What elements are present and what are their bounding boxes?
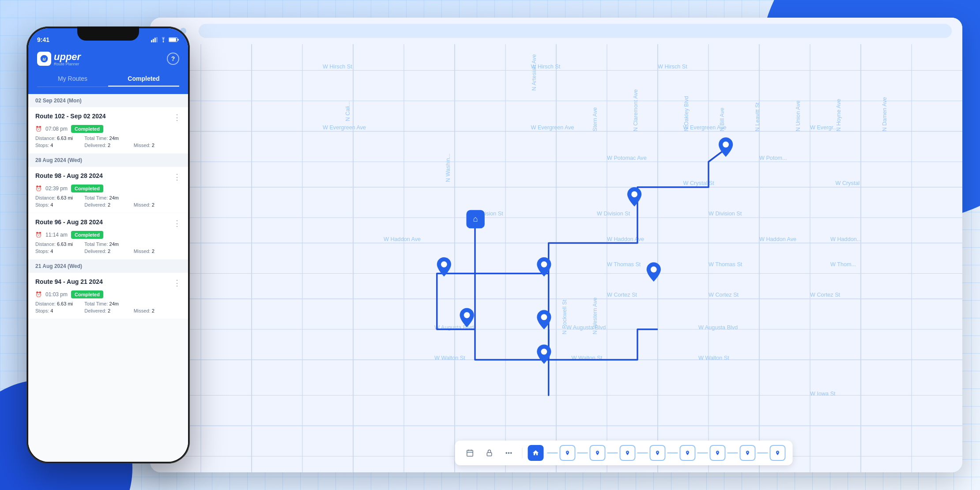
stop-8-button[interactable] xyxy=(770,445,786,461)
svg-text:W Crystal St: W Crystal St xyxy=(683,180,715,186)
svg-text:N Bill Ave: N Bill Ave xyxy=(719,108,725,132)
stops-stat: Stops: 4 xyxy=(35,308,83,313)
svg-text:N Damen Ave: N Damen Ave xyxy=(882,97,888,132)
route-time-row: ⏰ 02:39 pm Completed xyxy=(35,185,181,192)
stop-6-button[interactable] xyxy=(710,445,726,461)
stop-3-button[interactable] xyxy=(620,445,636,461)
svg-point-79 xyxy=(541,349,547,355)
clock-icon: ⏰ xyxy=(35,232,42,238)
svg-text:W Haddon...: W Haddon... xyxy=(830,236,861,242)
app-logo-row: u upper Route Planner ? xyxy=(37,51,179,66)
more-options-button[interactable] xyxy=(501,445,517,461)
stop-7-button[interactable] xyxy=(740,445,756,461)
missed-stat: Missed: 2 xyxy=(134,143,181,148)
route-time: 01:03 pm xyxy=(45,291,68,298)
phone-tabs: My Routes Completed xyxy=(37,72,179,87)
clock-icon: ⏰ xyxy=(35,291,42,298)
missed-stat: Missed: 2 xyxy=(134,308,181,313)
svg-rect-94 xyxy=(156,37,158,42)
tab-completed[interactable]: Completed xyxy=(108,72,179,87)
route-more-button[interactable]: ⋮ xyxy=(173,278,181,288)
svg-text:W Thom...: W Thom... xyxy=(830,261,856,268)
svg-text:W Division St: W Division St xyxy=(709,211,742,217)
map-svg: W Hirsch St W Hirsch St W Hirsch St W Ev… xyxy=(150,44,962,472)
route-more-button[interactable]: ⋮ xyxy=(173,113,181,122)
svg-point-89 xyxy=(508,452,509,453)
date-header-aug28: 28 Aug 2024 (Wed) xyxy=(28,154,188,167)
stop-connector xyxy=(607,452,618,453)
status-badge-completed: Completed xyxy=(71,125,103,133)
svg-text:W Evergr...: W Evergr... xyxy=(810,124,838,131)
svg-text:W Haddon Ave: W Haddon Ave xyxy=(607,236,644,242)
svg-text:W Augusta Blvd: W Augusta Blvd xyxy=(698,324,738,331)
route-name: Route 102 - Sep 02 2024 xyxy=(35,113,106,120)
svg-text:W Walton St: W Walton St xyxy=(698,355,729,361)
status-badge-completed: Completed xyxy=(71,290,103,298)
stop-connector xyxy=(637,452,648,453)
browser-content: W Hirsch St W Hirsch St W Hirsch St W Ev… xyxy=(150,44,962,472)
phone-mockup: 9:41 xyxy=(26,26,190,464)
svg-text:W Hirsch St: W Hirsch St xyxy=(323,64,352,70)
delivered-stat: Delivered: 2 xyxy=(84,308,132,313)
route-time: 11:14 am xyxy=(45,232,68,238)
stops-stat: Stops: 4 xyxy=(35,143,83,148)
svg-rect-91 xyxy=(151,40,152,42)
stop-2-button[interactable] xyxy=(590,445,606,461)
svg-text:N Cali...: N Cali... xyxy=(345,102,351,121)
status-icons xyxy=(151,37,179,42)
stop-5-button[interactable] xyxy=(680,445,696,461)
svg-text:W Cortez St: W Cortez St xyxy=(709,292,739,298)
svg-text:W Thomas St: W Thomas St xyxy=(709,261,743,268)
browser-window: W Hirsch St W Hirsch St W Hirsch St W Ev… xyxy=(150,18,962,472)
toolbar-divider-1 xyxy=(522,448,523,458)
browser-url-bar[interactable] xyxy=(199,24,952,38)
stop-connector xyxy=(667,452,678,453)
route-name: Route 94 - Aug 21 2024 xyxy=(35,278,103,285)
svg-rect-83 xyxy=(467,450,473,456)
tab-my-routes[interactable]: My Routes xyxy=(37,72,108,87)
svg-text:W Haddon Ave: W Haddon Ave xyxy=(759,236,796,242)
route-more-button[interactable]: ⋮ xyxy=(173,172,181,182)
logo-icon: u xyxy=(37,52,51,66)
route-item-94[interactable]: Route 94 - Aug 21 2024 ⋮ ⏰ 01:03 pm Comp… xyxy=(28,273,188,319)
home-stop-button[interactable] xyxy=(528,445,544,461)
svg-point-82 xyxy=(723,142,729,148)
route-time-row: ⏰ 11:14 am Completed xyxy=(35,231,181,239)
route-item-header: Route 94 - Aug 21 2024 ⋮ xyxy=(35,278,181,288)
stop-connector xyxy=(547,452,558,453)
stop-connector xyxy=(697,452,708,453)
svg-text:W Potomac Ave: W Potomac Ave xyxy=(607,155,647,161)
svg-text:W Thomas St: W Thomas St xyxy=(607,261,641,268)
svg-text:W Cortez St: W Cortez St xyxy=(810,292,841,298)
missed-stat: Missed: 2 xyxy=(134,202,181,207)
calendar-button[interactable] xyxy=(462,445,478,461)
route-item-header: Route 102 - Sep 02 2024 ⋮ xyxy=(35,113,181,122)
svg-text:N Artesian Ave: N Artesian Ave xyxy=(531,54,537,91)
stop-1-button[interactable] xyxy=(560,445,576,461)
svg-text:W Evergreen Ave: W Evergreen Ave xyxy=(531,124,574,131)
clock-icon: ⏰ xyxy=(35,185,42,192)
time-stat: Total Time: 24m xyxy=(84,301,132,306)
svg-rect-97 xyxy=(169,38,176,41)
svg-rect-93 xyxy=(155,38,156,42)
distance-stat: Distance: 6.63 mi xyxy=(35,301,83,306)
route-item-98[interactable]: Route 98 - Aug 28 2024 ⋮ ⏰ 02:39 pm Comp… xyxy=(28,167,188,213)
help-button[interactable]: ? xyxy=(167,53,179,65)
svg-text:N Rockwell St: N Rockwell St xyxy=(562,299,568,334)
svg-rect-92 xyxy=(153,39,154,42)
distance-stat: Distance: 6.63 mi xyxy=(35,136,83,141)
route-item-96[interactable]: Route 96 - Aug 28 2024 ⋮ ⏰ 11:14 am Comp… xyxy=(28,213,188,259)
lock-button[interactable] xyxy=(482,445,498,461)
date-header-aug21: 21 Aug 2024 (Wed) xyxy=(28,260,188,273)
svg-text:W Cortez St: W Cortez St xyxy=(607,292,637,298)
route-list[interactable]: 02 Sep 2024 (Mon) Route 102 - Sep 02 202… xyxy=(28,94,188,462)
svg-point-88 xyxy=(506,452,507,453)
route-item-102[interactable]: Route 102 - Sep 02 2024 ⋮ ⏰ 07:08 pm Com… xyxy=(28,107,188,153)
route-more-button[interactable]: ⋮ xyxy=(173,219,181,228)
route-time-row: ⏰ 01:03 pm Completed xyxy=(35,290,181,298)
time-stat: Total Time: 24m xyxy=(84,241,132,247)
missed-stat: Missed: 2 xyxy=(134,249,181,254)
phone-frame: 9:41 xyxy=(26,26,190,464)
signal-icon xyxy=(151,37,158,42)
stop-4-button[interactable] xyxy=(650,445,666,461)
